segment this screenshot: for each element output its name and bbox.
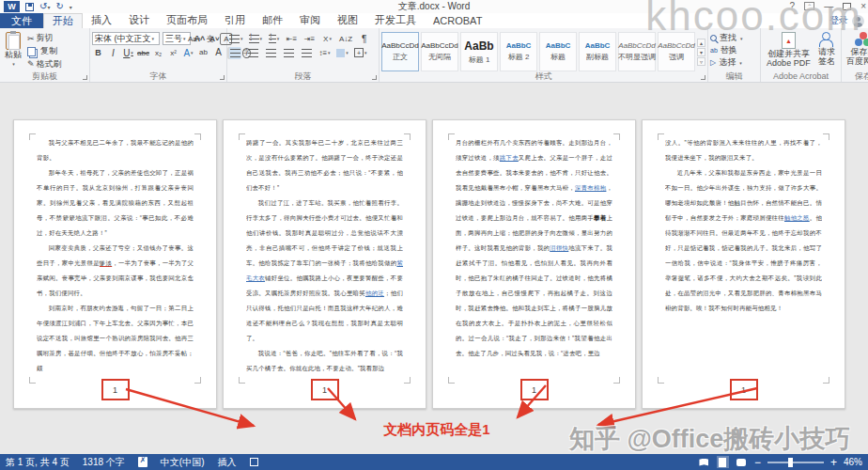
restore-icon[interactable] bbox=[843, 3, 851, 10]
zoom-out-icon[interactable]: − bbox=[754, 458, 761, 467]
subscript-button[interactable]: x₂ bbox=[152, 47, 164, 59]
style-标题 2[interactable]: AaBbC标题 2 bbox=[500, 32, 537, 71]
tab-视图[interactable]: 视图 bbox=[329, 13, 366, 28]
help-icon[interactable]: ? bbox=[790, 1, 796, 11]
style-副标题[interactable]: AaBbC副标题 bbox=[579, 32, 616, 71]
minimize-icon[interactable]: — bbox=[824, 1, 833, 11]
tab-插入[interactable]: 插入 bbox=[83, 13, 120, 28]
replace-button[interactable]: ab替换 bbox=[710, 44, 758, 56]
strikethrough-button[interactable]: abc bbox=[137, 47, 149, 59]
document-page-4[interactable]: 没人。”等他的背影混入来来往往的人里，再找不着了，我便进来坐下，我的眼泪又来了。… bbox=[642, 119, 845, 409]
document-area[interactable]: 我与父亲不相见已二年余了，我最不能忘记的是他的背影。那年冬天，祖母死了，父亲的差… bbox=[0, 84, 868, 454]
save-to-baidu-button[interactable]: 保存到 百度网盘 bbox=[844, 30, 868, 68]
copy-button[interactable]: 复制 bbox=[27, 45, 62, 58]
macro-record-icon[interactable] bbox=[250, 458, 258, 466]
line-spacing-icon[interactable]: ↕≡▾ bbox=[318, 47, 331, 59]
styles-scroll-up-icon[interactable]: ▴ bbox=[697, 39, 705, 47]
format-painter-button[interactable]: ✎格式刷 bbox=[27, 57, 62, 70]
save-icon[interactable] bbox=[25, 3, 34, 11]
italic-button[interactable]: I bbox=[107, 47, 119, 59]
paste-dropdown-icon[interactable]: ▾ bbox=[12, 59, 15, 69]
proofing-icon[interactable] bbox=[138, 457, 147, 467]
paste-button[interactable]: 粘贴 ▾ bbox=[2, 30, 24, 70]
text-effects-icon[interactable]: A▾ bbox=[182, 47, 194, 59]
tab-设计[interactable]: 设计 bbox=[120, 13, 158, 28]
tab-开发工具[interactable]: 开发工具 bbox=[366, 13, 425, 28]
select-button[interactable]: ▷选择▾ bbox=[710, 56, 758, 69]
distribute-icon[interactable] bbox=[301, 47, 313, 59]
clipboard-dialog-launcher[interactable] bbox=[83, 75, 87, 80]
styles-scroll-down-icon[interactable]: ▾ bbox=[697, 48, 705, 56]
phonetic-guide-icon[interactable]: 变 bbox=[204, 33, 216, 45]
page-indicator[interactable]: 第 1 页, 共 4 页 bbox=[6, 456, 70, 469]
styles-dialog-launcher[interactable] bbox=[701, 75, 705, 80]
styles-more-icon[interactable]: ▿ bbox=[697, 57, 705, 66]
font-size-combo[interactable]: 三号▾ bbox=[163, 32, 191, 45]
style-不明显强调[interactable]: AaBbCcDd不明显强调 bbox=[618, 32, 656, 71]
decrease-indent-icon[interactable]: ⇤≡ bbox=[286, 33, 298, 45]
increase-indent-icon[interactable]: ⇥≡ bbox=[303, 33, 316, 45]
redo-icon[interactable]: ↻ bbox=[55, 2, 63, 11]
style-无间隔[interactable]: AaBbCcDd无间隔 bbox=[421, 32, 458, 71]
insert-mode-indicator[interactable]: 插入 bbox=[218, 456, 237, 469]
create-share-pdf-button[interactable]: 创建并共享 Adobe PDF bbox=[764, 30, 814, 70]
sign-in[interactable]: 登录 bbox=[829, 14, 864, 27]
customize-qat-icon[interactable]: ▾ bbox=[70, 4, 72, 10]
multilevel-list-icon[interactable]: ▾ bbox=[268, 33, 280, 45]
asian-layout-icon[interactable]: X▾ bbox=[321, 33, 333, 45]
align-left-icon[interactable] bbox=[229, 47, 241, 59]
align-right-icon[interactable] bbox=[265, 47, 277, 59]
justify-icon[interactable] bbox=[283, 47, 295, 59]
tab-ACROBAT[interactable]: ACROBAT bbox=[425, 13, 490, 28]
tab-文件[interactable]: 文件 bbox=[0, 13, 43, 28]
margin-crop-mark bbox=[194, 133, 201, 140]
show-hide-marks-icon[interactable]: ¶ bbox=[358, 33, 370, 45]
zoom-in-icon[interactable]: + bbox=[830, 458, 837, 467]
zoom-level[interactable]: 46% bbox=[844, 457, 862, 467]
superscript-button[interactable]: x² bbox=[167, 47, 179, 59]
numbering-icon[interactable]: ▾ bbox=[249, 33, 263, 45]
ribbon-options-icon[interactable]: ⌃ bbox=[804, 2, 814, 10]
replace-icon: ab bbox=[710, 47, 718, 54]
style-正文[interactable]: AaBbCcDd正文 bbox=[381, 32, 419, 71]
page-number-with-red-box: 1 bbox=[101, 379, 130, 400]
paragraph-dialog-launcher[interactable] bbox=[372, 75, 377, 80]
bullets-icon[interactable]: ▾ bbox=[229, 33, 243, 45]
styles-scroll[interactable]: ▴▾▿ bbox=[697, 32, 705, 71]
zoom-slider[interactable] bbox=[767, 462, 824, 463]
sort-icon[interactable]: A↓Z bbox=[339, 33, 352, 45]
document-page-3[interactable]: 月台的栅栏外有几个卖东西的等着顾客。走到那边月台，须穿过铁道，须跳下去又爬上去。… bbox=[432, 119, 636, 409]
tab-邮件[interactable]: 邮件 bbox=[254, 13, 291, 28]
tab-开始[interactable]: 开始 bbox=[43, 13, 83, 28]
style-标题[interactable]: AaBbC标题 bbox=[539, 32, 577, 71]
bold-button[interactable]: B bbox=[92, 47, 104, 59]
shading-icon[interactable]: ▾ bbox=[336, 47, 349, 59]
borders-icon[interactable]: +▾ bbox=[354, 47, 367, 59]
word-count[interactable]: 1318 个字 bbox=[83, 456, 125, 469]
document-page-2[interactable]: 踌躇了一会。其实我那年已二十岁，北京已来往过两三次，是没有什么要紧的了。他踌躇了… bbox=[223, 119, 426, 409]
undo-icon[interactable]: ↺▾ bbox=[39, 2, 50, 12]
style-标题 1[interactable]: AaBb标题 1 bbox=[460, 32, 498, 71]
document-page-1[interactable]: 我与父亲不相见已二年余了，我最不能忘记的是他的背影。那年冬天，祖母死了，父亲的差… bbox=[13, 119, 217, 409]
font-color-icon[interactable]: A bbox=[212, 47, 225, 59]
style-强调[interactable]: AaBbCcDd强调 bbox=[658, 32, 695, 71]
cut-button[interactable]: ✂剪切 bbox=[27, 32, 62, 45]
font-family-combo[interactable]: 宋体 (中文正文▾ bbox=[92, 32, 160, 45]
zoom-slider-thumb[interactable] bbox=[788, 458, 793, 467]
web-layout-icon[interactable] bbox=[736, 456, 748, 468]
change-case-icon[interactable]: Aa▾ bbox=[188, 33, 200, 45]
print-layout-icon[interactable] bbox=[717, 456, 729, 468]
tab-页面布局[interactable]: 页面布局 bbox=[158, 13, 216, 28]
font-dialog-launcher[interactable] bbox=[220, 75, 225, 80]
tab-审阅[interactable]: 审阅 bbox=[291, 13, 329, 28]
underline-button[interactable]: U▾ bbox=[122, 47, 134, 59]
tab-引用[interactable]: 引用 bbox=[216, 13, 254, 28]
close-icon[interactable]: × bbox=[860, 1, 866, 11]
format-painter-icon: ✎ bbox=[27, 59, 35, 69]
request-signatures-button[interactable]: 请求 签名 bbox=[815, 30, 838, 70]
language-indicator[interactable]: 中文(中国) bbox=[161, 456, 205, 469]
align-center-icon[interactable] bbox=[247, 47, 259, 59]
find-button[interactable]: 查找▾ bbox=[710, 32, 758, 44]
highlight-color-icon[interactable]: ab bbox=[197, 47, 209, 59]
read-mode-icon[interactable] bbox=[698, 456, 710, 468]
